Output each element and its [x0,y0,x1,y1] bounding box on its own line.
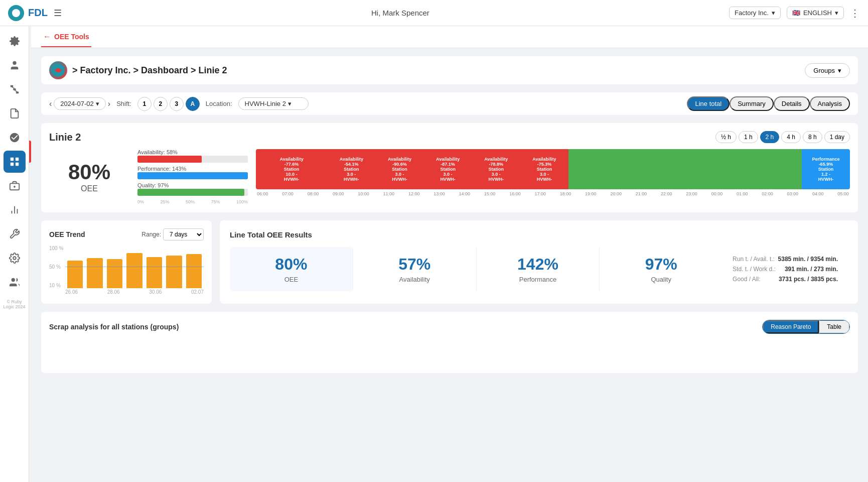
results-content: 80% OEE 57% Availability 142% Performanc… [230,247,848,291]
lang-chevron: ▾ [835,9,838,17]
sidebar-item-chart[interactable] [4,199,26,221]
result-oee: 80% OEE [230,247,353,291]
view-tab-details[interactable]: Details [774,96,810,111]
bar-wrap-4 [147,257,162,288]
linie-section: Linie 2 ½ h 1 h 2 h 4 h 8 h 1 day 80% OE… [41,123,858,212]
timeline-block-blue: Performance -65.9% Station 1.2 - HVWH- [802,149,850,189]
result-performance: 142% Performance [477,247,600,291]
stat-run-avail: Run t. / Avail. t.: 5385 min. / 9354 min… [733,256,838,263]
chart-bars-wrap: 26.06 28.06 30.06 02.07 [65,246,204,295]
time-btn-1day[interactable]: 1 day [824,131,850,143]
oee-trend-title: OEE Trend [49,230,85,238]
result-avail-label: Availability [357,276,472,283]
result-availability: 57% Availability [353,247,477,291]
shift-btn-1[interactable]: 1 [137,97,152,111]
view-tab-summary[interactable]: Summary [730,96,774,111]
time-btn-8h[interactable]: 8 h [803,131,822,143]
bottom-panels: OEE Trend Range: 7 days 14 days 30 days … [41,220,858,304]
factory-name: Factory Inc. [735,9,769,17]
view-tabs: Line total Summary Details Analysis [687,96,850,111]
logo-dot [8,5,24,21]
range-select[interactable]: 7 days 14 days 30 days [163,228,204,240]
time-btn-4h[interactable]: 4 h [781,131,801,143]
bar-wrap-3 [126,253,142,288]
location-select[interactable]: HVWH-Linie 2 ▾ [238,97,309,110]
bar-performance: Performance: 143% [137,166,248,179]
timeline-section: Availability -77.6% Station 10.0 - HVWH-… [256,149,850,204]
oee-results-panel: Line Total OEE Results 80% OEE 57% Avail… [220,220,858,304]
result-avail-value: 57% [357,255,472,274]
language-select[interactable]: 🇬🇧 ENGLISH ▾ [787,7,844,19]
scrap-header: Scrap analysis for all stations (groups)… [49,320,850,334]
performance-fill [137,172,248,179]
result-oee-value: 80% [234,255,349,274]
svg-rect-9 [10,163,13,166]
timeline-block-2: Availability -90.6% Station 3.0 - HVWH- [375,149,423,189]
sidebar-item-dashboard[interactable] [4,151,26,173]
date-prev-button[interactable]: ‹ [49,99,52,108]
groups-label: Groups [813,67,835,74]
breadcrumb-text: > Factory Inc. > Dashboard > Linie 2 [72,65,805,76]
time-btn-1h[interactable]: 1 h [739,131,758,143]
scrap-tab-table[interactable]: Table [819,320,849,333]
sidebar-item-people[interactable] [4,271,26,293]
result-quality: 97% Quality [600,247,722,291]
availability-track [137,156,248,163]
view-tab-analysis[interactable]: Analysis [810,96,850,111]
range-label: Range: [141,231,161,238]
shift-btn-a[interactable]: A [186,97,200,111]
svg-rect-7 [10,158,13,161]
page-body: > Factory Inc. > Dashboard > Linie 2 Gro… [31,48,868,381]
bar-wrap-6 [186,254,202,288]
flag-icon: 🇬🇧 [792,9,800,17]
sidebar-item-gear[interactable] [4,247,26,269]
scrap-chart-area [49,340,850,365]
timeline-block-1: Availability -54.1% Station 3.0 - HVWH- [327,149,375,189]
sidebar-item-tools[interactable] [4,223,26,245]
groups-chevron: ▾ [838,67,841,74]
location-value: HVWH-Linie 2 [245,100,286,107]
timeline-block-4: Availability -78.8% Station 3.0 - HVWH- [472,149,520,189]
chart-reference-line [65,267,204,267]
sidebar-item-solar[interactable] [4,175,26,197]
sidebar-item-settings[interactable] [4,30,26,52]
timeline-block-3: Availability -87.1% Station 3.0 - HVWH- [424,149,472,189]
sidebar-item-hierarchy[interactable] [4,78,26,100]
bar-scale: 0% 25% 50% 75% 100% [137,199,248,204]
app-logo[interactable]: FDL [8,5,48,21]
time-btn-half-h[interactable]: ½ h [715,131,737,143]
groups-button[interactable]: Groups ▾ [805,63,850,78]
shift-buttons: 1 2 3 A [137,97,200,111]
shift-btn-3[interactable]: 3 [170,97,184,111]
oee-tools-label: OEE Tools [54,33,89,41]
more-icon[interactable]: ⋮ [850,7,860,19]
timeline-block-0: Availability -77.6% Station 10.0 - HVWH- [256,149,327,189]
date-next-button[interactable]: › [108,99,110,108]
quality-track [137,189,248,196]
date-picker[interactable]: 2024-07-02 ▾ [54,97,106,110]
controls-row: ‹ 2024-07-02 ▾ › Shift: 1 2 3 A Location… [41,92,858,115]
breadcrumb-logo [49,61,67,79]
svg-line-6 [15,90,18,92]
stat-run-val: 5385 min. / 9354 min. [775,256,838,263]
sidebar-item-document[interactable] [4,102,26,125]
scrap-tab-reason[interactable]: Reason Pareto [763,320,819,333]
results-grid: 80% OEE 57% Availability 142% Performanc… [230,247,722,291]
shift-btn-2[interactable]: 2 [154,97,168,111]
result-qual-value: 97% [604,255,718,274]
scale-50: 50% [186,199,195,204]
time-btn-2h[interactable]: 2 h [760,131,780,143]
hamburger-icon[interactable]: ☰ [54,8,62,19]
result-perf-value: 142% [481,255,596,274]
sidebar-item-user[interactable] [4,54,26,76]
result-stats: Run t. / Avail. t.: 5385 min. / 9354 min… [722,248,848,291]
main-content: ← OEE Tools > Factory Inc. > Dashboard >… [31,26,868,381]
linie-header: Linie 2 ½ h 1 h 2 h 4 h 8 h 1 day [49,131,850,143]
oee-tools-tab[interactable]: ← OEE Tools [41,27,91,47]
time-buttons: ½ h 1 h 2 h 4 h 8 h 1 day [715,131,850,143]
view-tab-line-total[interactable]: Line total [687,96,730,111]
factory-select[interactable]: Factory Inc. ▾ [729,7,781,19]
sidebar-item-worker[interactable] [4,127,26,149]
svg-rect-2 [10,85,13,87]
svg-point-1 [13,61,16,65]
